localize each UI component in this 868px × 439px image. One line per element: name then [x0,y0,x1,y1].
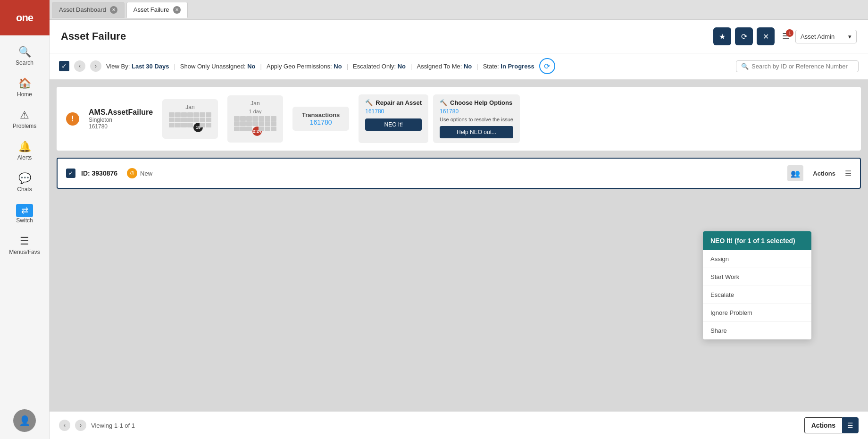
dropdown-header-item[interactable]: NEO It! (for 1 of 1 selected) [703,231,811,250]
refresh-button[interactable]: ⟳ [735,27,753,45]
filter-geo-label: Apply Geo Permissions: No [267,63,342,70]
dropdown-item-share[interactable]: Share [703,322,811,339]
refresh-icon: ⟳ [741,32,747,41]
help-description: Use options to resolve the issue [440,117,513,122]
repair-action-card: 🔨 Repair an Asset 161780 NEO It! [359,94,428,143]
dropdown-item-start-work[interactable]: Start Work [703,268,811,286]
actions-dropdown-menu: NEO It! (for 1 of 1 selected) Assign Sta… [703,231,811,339]
filter-viewby-label: View By: Last 30 Days [106,63,169,70]
help-icon: 🔨 [440,99,447,106]
sidebar-item-label: Home [17,91,32,98]
sidebar-item-chats[interactable]: 💬 Chats [0,167,49,198]
close-button[interactable]: ✕ [757,27,775,45]
main-area: Asset Dashboard ✕ Asset Failure ✕ Asset … [50,0,868,439]
sidebar-item-label: Search [16,59,33,66]
alert-icon: ! [66,112,79,126]
pagination-prev-arrow[interactable]: ‹ [59,420,70,431]
switch-icon: ⇄ [16,204,33,217]
transactions-link[interactable]: 161780 [302,118,340,126]
bottom-actions-label[interactable]: Actions [804,417,842,433]
tab-asset-failure[interactable]: Asset Failure ✕ [126,2,188,18]
search-input[interactable] [751,63,853,70]
row-checkbox[interactable]: ✓ [66,169,75,178]
chats-icon: 💬 [18,172,31,185]
sidebar-item-problems[interactable]: ⚠ Problems [0,103,49,135]
sidebar: one 🔍 Search 🏠 Home ⚠ Problems 🔔 Alerts … [0,0,50,439]
sidebar-item-label: Switch [16,217,33,224]
cal2-days: 1 day [234,109,276,114]
tab-asset-dashboard[interactable]: Asset Dashboard ✕ [52,2,125,18]
repair-link[interactable]: 161780 [365,108,422,115]
help-neo-button[interactable]: Help NEO out... [440,126,513,138]
user-role-dropdown[interactable]: Asset Admin ▾ [795,30,857,43]
cal2-grid: 2:24 [234,116,276,136]
filter-select-all-checkbox[interactable]: ✓ [59,61,69,71]
app-logo[interactable]: one [0,0,50,35]
summary-id: 161780 [89,123,153,130]
help-link[interactable]: 161780 [440,108,513,115]
status-text: New [140,170,152,177]
sidebar-item-label: Menus/Favs [9,249,40,255]
sidebar-bottom: 👤 [0,409,49,439]
list-section: ✓ ID: 3930876 ⏱ New 👥 Actions ☰ [57,158,861,189]
favorite-button[interactable]: ★ [713,27,731,45]
filter-escalated-label: Escalated Only: No [353,63,406,70]
dropdown-item-ignore-problem[interactable]: Ignore Problem [703,304,811,322]
dropdown-item-assign[interactable]: Assign [703,250,811,268]
tab-close-asset-dashboard[interactable]: ✕ [110,6,117,14]
sidebar-item-home[interactable]: 🏠 Home [0,72,49,103]
search-icon: 🔍 [18,46,31,58]
summary-type: AMS.AssetFailure [89,108,153,117]
content-area: ! AMS.AssetFailure Singleton 161780 Jan [50,80,868,411]
transactions-label: Transactions [302,111,340,118]
table-row[interactable]: ✓ ID: 3930876 ⏱ New 👥 Actions ☰ [57,158,861,189]
dropdown-item-escalate[interactable]: Escalate [703,286,811,304]
user-avatar[interactable]: 👤 [13,409,36,432]
sidebar-item-alerts[interactable]: 🔔 Alerts [0,135,49,167]
sidebar-item-menus[interactable]: ☰ Menus/Favs [0,229,49,261]
sync-button[interactable]: ⟳ [539,58,555,74]
help-card-header: 🔨 Choose Help Options [440,99,513,106]
filter-unassigned-label: Show Only Unassigned: No [180,63,256,70]
help-action-card: 🔨 Choose Help Options 161780 Use options… [433,94,520,143]
repair-title: Repair an Asset [376,99,422,106]
alerts-icon: 🔔 [18,141,31,153]
sidebar-item-switch[interactable]: ⇄ Switch [0,198,49,229]
row-menu-icon[interactable]: ☰ [845,169,851,178]
notification-dot: 1 [786,29,793,37]
cal1-grid: 19 [169,112,211,132]
close-icon: ✕ [763,32,769,41]
sidebar-item-label: Chats [17,186,32,193]
search-box: 🔍 [736,60,859,72]
filter-bar: ✓ ‹ › View By: Last 30 Days | Show Only … [50,53,868,80]
row-actions-button[interactable]: Actions [808,167,840,180]
filter-assigned-label: Assigned To Me: No [417,63,472,70]
summary-text: AMS.AssetFailure Singleton 161780 [89,108,153,130]
calendar-card-1: Jan [162,99,218,139]
tabs-bar: Asset Dashboard ✕ Asset Failure ✕ [50,0,868,20]
status-badge: ⏱ New [127,168,152,178]
bottom-actions-group: Actions ☰ [804,417,859,433]
row-actions: 👥 Actions ☰ [787,165,851,181]
group-assign-button[interactable]: 👥 [787,165,803,181]
action-cards: 🔨 Repair an Asset 161780 NEO It! 🔨 Choos… [359,94,520,143]
sidebar-nav: 🔍 Search 🏠 Home ⚠ Problems 🔔 Alerts 💬 Ch… [0,35,49,409]
row-id: ID: 3930876 [81,169,117,177]
page-title: Asset Failure [61,30,126,42]
filter-prev-arrow[interactable]: ‹ [74,60,85,72]
page-header: Asset Failure ★ ⟳ ✕ ☰ 1 Asset Admin ▾ [50,20,868,53]
home-icon: 🏠 [18,77,31,90]
filter-state-label: State: In Progress [483,63,534,70]
bottom-actions-menu-icon[interactable]: ☰ [842,417,859,433]
sidebar-item-label: Alerts [17,154,32,161]
viewing-text: Viewing 1-1 of 1 [91,422,135,429]
filter-next-arrow[interactable]: › [90,60,101,72]
sidebar-item-search[interactable]: 🔍 Search [0,40,49,72]
tab-close-asset-failure[interactable]: ✕ [173,6,181,14]
dropdown-chevron-icon: ▾ [848,33,851,40]
hamburger-container: ☰ 1 [780,31,792,42]
cal2-month: Jan [234,100,276,107]
pagination-next-arrow[interactable]: › [75,420,86,431]
neo-it-button[interactable]: NEO It! [365,118,422,131]
bottom-bar: ‹ › Viewing 1-1 of 1 Actions ☰ [50,411,868,439]
